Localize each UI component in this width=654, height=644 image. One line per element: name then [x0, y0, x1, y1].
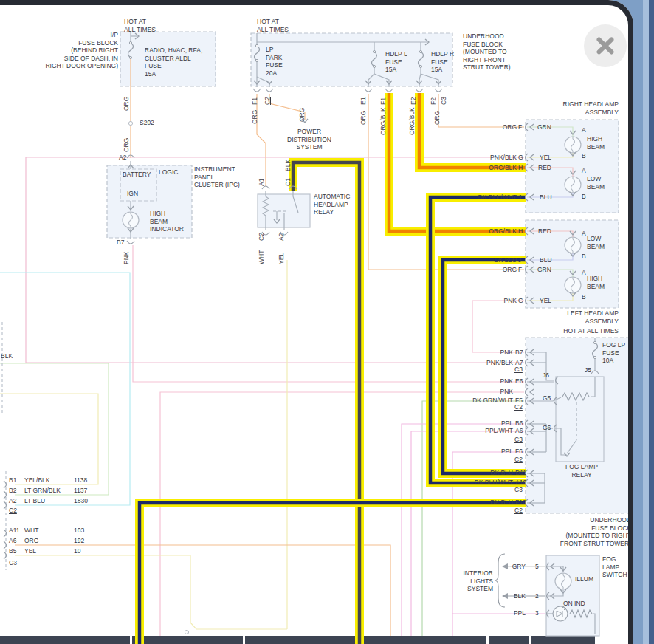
fuse-end	[419, 65, 421, 67]
yel-b5	[15, 555, 287, 629]
lp-f1-org	[257, 94, 266, 186]
hl-orgblk-right	[419, 93, 526, 168]
arrow-left-icon	[502, 593, 508, 599]
pin-bracket-icon	[4, 552, 7, 559]
hl-orgblk-left	[389, 93, 526, 231]
cyan-a2	[0, 273, 130, 505]
splice-icon	[128, 121, 132, 125]
hl-orgblk-left-highlight	[389, 93, 526, 231]
pin-bracket-icon	[435, 89, 442, 92]
fuse-end	[419, 50, 421, 52]
hl-orgblk-right-highlight	[419, 93, 526, 168]
brace-icon	[495, 554, 505, 607]
fog-relay-inner-box	[556, 377, 604, 462]
pnk-left-g	[472, 301, 524, 352]
pin-bracket-icon	[266, 89, 273, 92]
pin-bracket-icon	[253, 89, 261, 92]
hl-dkblu-f10	[140, 503, 526, 644]
lp-c2-org	[269, 94, 305, 120]
f2-org	[438, 94, 524, 127]
grn-f5	[422, 401, 524, 636]
underhood-fuse-block-box	[251, 33, 452, 86]
ip-fuse-block-box	[120, 32, 216, 86]
battery-logic-box	[120, 169, 156, 201]
hl-dkblu-d11	[443, 260, 526, 473]
fuse-end	[593, 356, 596, 358]
pin-bracket-icon	[416, 89, 423, 92]
fuse-end	[373, 50, 375, 52]
arrow-left-icon	[502, 564, 508, 569]
pin-bracket-icon	[280, 232, 288, 235]
pin-bracket-icon	[262, 186, 269, 189]
pin-bracket-icon	[365, 89, 372, 92]
hl-dkblu-f10-highlight	[140, 503, 526, 644]
hl-blk-c1-highlight	[293, 162, 359, 644]
fuse-end	[129, 41, 131, 44]
fuse-end	[129, 56, 131, 58]
close-button[interactable]	[584, 24, 627, 67]
pin-bracket-icon	[4, 541, 7, 549]
splice-icon	[185, 630, 188, 634]
fuse-end	[255, 59, 258, 61]
hl-blk-c1	[293, 162, 359, 644]
wiring-diagram-canvas	[0, 0, 654, 644]
pin-bracket-icon	[127, 241, 134, 244]
org-a6	[15, 545, 390, 636]
pnk-ipc-e6	[133, 245, 524, 382]
ppl-b6	[402, 424, 524, 636]
pin-bracket-icon	[385, 89, 393, 92]
hl-dkblu-d11-highlight	[443, 260, 526, 473]
fuse-end	[255, 44, 258, 47]
yel-b1	[0, 394, 98, 484]
pnk-2	[160, 392, 524, 636]
pin-bracket-icon	[262, 232, 269, 235]
fuse-end	[373, 65, 375, 67]
fuse-end	[593, 341, 596, 343]
grn-b2	[0, 363, 109, 495]
